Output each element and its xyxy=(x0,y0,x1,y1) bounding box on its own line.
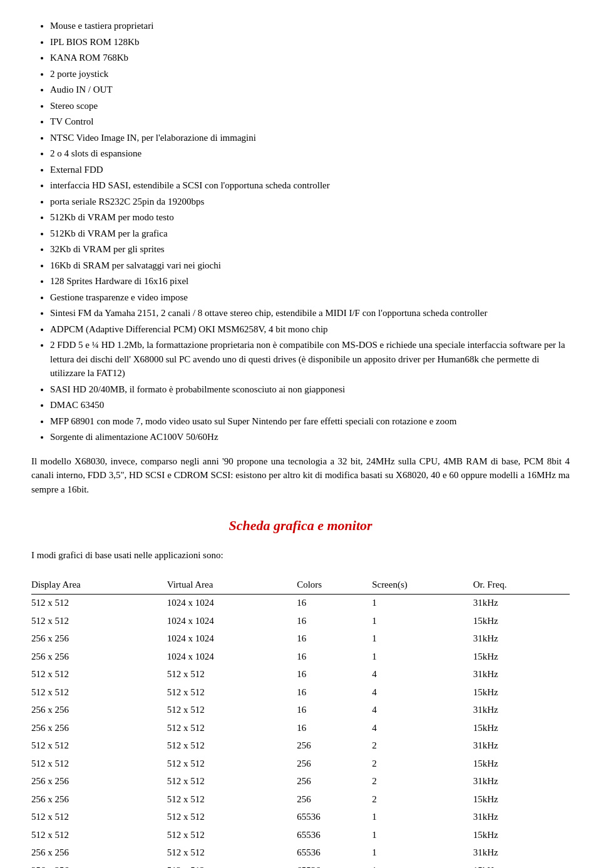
table-cell: 31kHz xyxy=(473,630,570,647)
intro-text: I modi grafici di base usati nelle appli… xyxy=(31,548,570,563)
table-cell: 512 x 512 xyxy=(31,684,167,701)
table-cell: 512 x 512 xyxy=(167,666,297,683)
table-cell: 4 xyxy=(372,684,473,701)
table-row: 256 x 2561024 x 102416131kHz xyxy=(31,630,570,647)
table-cell: 2 xyxy=(372,737,473,754)
bullet-item: KANA ROM 768Kb xyxy=(50,51,570,65)
bullet-item: NTSC Video Image IN, per l'elaborazione … xyxy=(50,131,570,145)
table-cell: 31kHz xyxy=(473,773,570,790)
table-cell: 512 x 512 xyxy=(31,613,167,630)
table-cell: 15kHz xyxy=(473,791,570,808)
table-cell: 1 xyxy=(372,827,473,844)
table-cell: 1024 x 1024 xyxy=(167,630,297,647)
bullet-item: Audio IN / OUT xyxy=(50,83,570,97)
bullet-item: 128 Sprites Hardware di 16x16 pixel xyxy=(50,274,570,288)
table-row: 512 x 512512 x 51216415kHz xyxy=(31,684,570,701)
table-cell: 2 xyxy=(372,791,473,808)
table-cell: 512 x 512 xyxy=(31,827,167,844)
bullet-item: Sorgente di alimentazione AC100V 50/60Hz xyxy=(50,430,570,444)
table-cell: 512 x 512 xyxy=(31,755,167,772)
table-row: 512 x 512512 x 512256231kHz xyxy=(31,737,570,754)
table-row: 256 x 256512 x 51216415kHz xyxy=(31,720,570,737)
table-row: 256 x 256512 x 512256231kHz xyxy=(31,773,570,790)
table-cell: 15kHz xyxy=(473,648,570,665)
table-cell: 31kHz xyxy=(473,702,570,718)
bullet-item: TV Control xyxy=(50,115,570,129)
table-cell: 16 xyxy=(297,720,372,737)
table-cell: 1024 x 1024 xyxy=(167,613,297,630)
bullet-item: 2 o 4 slots di espansione xyxy=(50,146,570,161)
section-title-graphics: Scheda grafica e monitor xyxy=(31,515,570,536)
table-cell: 512 x 512 xyxy=(167,827,297,844)
bullet-item: interfaccia HD SASI, estendibile a SCSI … xyxy=(50,178,570,193)
table-cell: 1024 x 1024 xyxy=(167,648,297,665)
table-cell: 15kHz xyxy=(473,613,570,630)
table-cell: 512 x 512 xyxy=(167,684,297,701)
table-cell: 16 xyxy=(297,702,372,718)
table-cell: 16 xyxy=(297,684,372,701)
table-cell: 256 x 256 xyxy=(31,648,167,665)
table-cell: 512 x 512 xyxy=(167,809,297,825)
table-cell: 512 x 512 xyxy=(31,809,167,825)
table-row: 512 x 512512 x 51265536115kHz xyxy=(31,827,570,844)
bullet-item: MFP 68901 con mode 7, modo video usato s… xyxy=(50,414,570,429)
table-cell: 65536 xyxy=(297,827,372,844)
table-row: 512 x 5121024 x 102416131kHz xyxy=(31,595,570,611)
graphics-modes-table: Display AreaVirtual AreaColorsScreen(s)O… xyxy=(31,575,570,869)
table-cell: 1 xyxy=(372,613,473,630)
table-cell: 16 xyxy=(297,648,372,665)
bullet-item: External FDD xyxy=(50,163,570,177)
table-row: 512 x 512512 x 512256215kHz xyxy=(31,755,570,772)
bullet-item: ADPCM (Adaptive Differencial PCM) OKI MS… xyxy=(50,322,570,337)
table-header-cell: Or. Freq. xyxy=(473,575,570,595)
table-cell: 1 xyxy=(372,844,473,861)
table-row: 256 x 2561024 x 102416115kHz xyxy=(31,648,570,665)
table-row: 256 x 256512 x 51265536131kHz xyxy=(31,844,570,861)
table-cell: 512 x 512 xyxy=(167,737,297,754)
table-header-cell: Display Area xyxy=(31,575,167,595)
table-cell: 512 x 512 xyxy=(167,773,297,790)
table-cell: 512 x 512 xyxy=(167,791,297,808)
table-cell: 15kHz xyxy=(473,862,570,869)
table-row: 256 x 256512 x 512256215kHz xyxy=(31,791,570,808)
table-row: 512 x 512512 x 51216431kHz xyxy=(31,666,570,683)
table-cell: 1 xyxy=(372,862,473,869)
table-cell: 256 xyxy=(297,773,372,790)
table-cell: 512 x 512 xyxy=(167,862,297,869)
bullet-item: 16Kb di SRAM per salvataggi vari nei gio… xyxy=(50,258,570,273)
table-cell: 31kHz xyxy=(473,844,570,861)
table-cell: 256 xyxy=(297,737,372,754)
table-cell: 2 xyxy=(372,755,473,772)
table-cell: 256 x 256 xyxy=(31,844,167,861)
table-cell: 1 xyxy=(372,595,473,611)
table-cell: 65536 xyxy=(297,809,372,825)
table-cell: 256 xyxy=(297,791,372,808)
table-cell: 31kHz xyxy=(473,809,570,825)
table-cell: 512 x 512 xyxy=(167,755,297,772)
table-cell: 512 x 512 xyxy=(167,844,297,861)
table-cell: 512 x 512 xyxy=(167,720,297,737)
table-header-cell: Screen(s) xyxy=(372,575,473,595)
bullet-item: 2 FDD 5 e ¼ HD 1.2Mb, la formattazione p… xyxy=(50,338,570,380)
table-row: 256 x 256512 x 51216431kHz xyxy=(31,702,570,718)
table-cell: 1 xyxy=(372,809,473,825)
table-cell: 16 xyxy=(297,666,372,683)
table-cell: 256 x 256 xyxy=(31,720,167,737)
bullet-item: Gestione trasparenze e video impose xyxy=(50,290,570,305)
table-cell: 256 x 256 xyxy=(31,862,167,869)
table-cell: 4 xyxy=(372,702,473,718)
table-header-cell: Virtual Area xyxy=(167,575,297,595)
table-cell: 512 x 512 xyxy=(31,595,167,611)
table-cell: 512 x 512 xyxy=(167,702,297,718)
bullet-item: porta seriale RS232C 25pin da 19200bps xyxy=(50,195,570,209)
table-header-cell: Colors xyxy=(297,575,372,595)
table-cell: 16 xyxy=(297,630,372,647)
table-cell: 256 x 256 xyxy=(31,630,167,647)
table-cell: 15kHz xyxy=(473,827,570,844)
table-cell: 16 xyxy=(297,613,372,630)
bullet-item: 32Kb di VRAM per gli sprites xyxy=(50,242,570,257)
bullet-item: 512Kb di VRAM per la grafica xyxy=(50,227,570,241)
table-cell: 2 xyxy=(372,773,473,790)
bullet-item: DMAC 63450 xyxy=(50,398,570,412)
bullet-item: IPL BIOS ROM 128Kb xyxy=(50,35,570,49)
